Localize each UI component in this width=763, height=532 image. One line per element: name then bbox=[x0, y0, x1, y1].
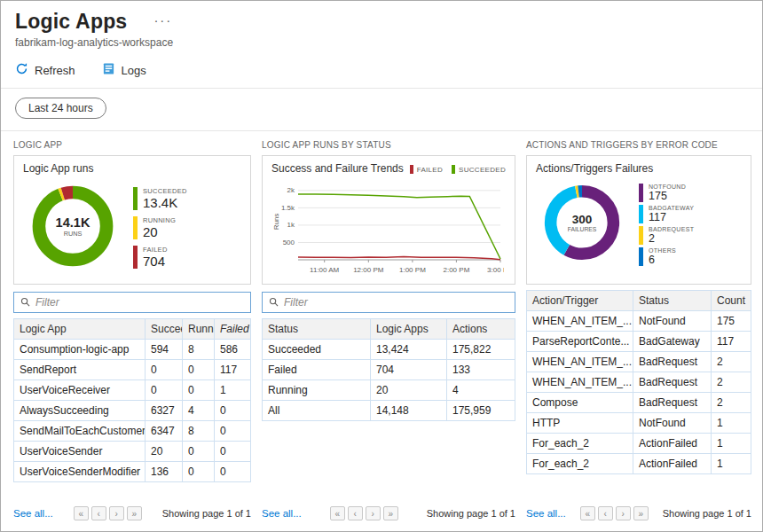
table-row[interactable]: SendReport00117 bbox=[14, 360, 251, 380]
see-all-link[interactable]: See all... bbox=[526, 508, 566, 519]
table-cell: 117 bbox=[712, 332, 751, 352]
table-cell: 4 bbox=[183, 401, 215, 421]
last-page-button[interactable]: » bbox=[383, 506, 398, 520]
table-cell: WHEN_AN_ITEM_... bbox=[527, 352, 633, 372]
next-page-button[interactable]: › bbox=[366, 506, 381, 520]
table-cell: 175,822 bbox=[447, 340, 515, 360]
prev-page-button[interactable]: ‹ bbox=[91, 506, 106, 520]
dashboard-content: LOGIC APP Logic App runs 14.1KRUNS SUCCE… bbox=[1, 131, 762, 531]
logs-icon bbox=[102, 62, 115, 78]
table-row[interactable]: For_each_2ActionFailed1 bbox=[527, 454, 751, 474]
filter-box bbox=[13, 292, 251, 313]
legend-label: FAILED bbox=[143, 246, 168, 254]
next-page-button[interactable]: › bbox=[109, 506, 124, 520]
logic-app-runs-card: Logic App runs 14.1KRUNS SUCCEEDED13.4KR… bbox=[13, 155, 251, 285]
first-page-button[interactable]: « bbox=[580, 506, 595, 520]
table-cell: 6347 bbox=[146, 421, 183, 442]
logs-label: Logs bbox=[122, 64, 146, 77]
column-header[interactable]: Succeeded bbox=[146, 319, 183, 340]
failures-donut: 300FAILURES bbox=[536, 176, 628, 272]
table-cell: 0 bbox=[183, 380, 215, 401]
svg-text:2k: 2k bbox=[287, 186, 295, 194]
table-row[interactable]: Consumption-logic-app5948586 bbox=[14, 340, 251, 360]
column-header[interactable]: Logic App bbox=[14, 319, 146, 340]
filter-input[interactable] bbox=[35, 296, 244, 309]
legend-color-bar bbox=[639, 205, 643, 223]
failures-card: Actions/Triggers Failures 300FAILURES NO… bbox=[526, 155, 751, 285]
table-cell: 1 bbox=[215, 380, 251, 401]
svg-text:RUNS: RUNS bbox=[64, 230, 83, 238]
svg-text:300: 300 bbox=[572, 213, 593, 226]
filter-box bbox=[262, 292, 515, 313]
table-cell: 175,959 bbox=[447, 401, 515, 421]
column-header[interactable]: Logic Apps bbox=[371, 319, 447, 340]
table-row[interactable]: AlwaysSucceeding632740 bbox=[14, 401, 251, 421]
table-row[interactable]: Running204 bbox=[263, 380, 515, 401]
prev-page-button[interactable]: ‹ bbox=[598, 506, 613, 520]
svg-text:1k: 1k bbox=[287, 221, 295, 229]
error-code-table: Action/TriggerStatusCountWHEN_AN_ITEM_..… bbox=[526, 290, 751, 474]
table-cell: 0 bbox=[183, 442, 215, 462]
last-page-button[interactable]: » bbox=[127, 506, 142, 520]
legend-label: SUCCEEDED bbox=[143, 187, 187, 195]
table-cell: For_each_2 bbox=[527, 434, 633, 454]
donut-legend: SUCCEEDED13.4KRUNNING20FAILED704 bbox=[133, 187, 187, 269]
column-header[interactable]: Failed bbox=[215, 319, 251, 340]
legend-value: 117 bbox=[649, 211, 694, 223]
table-row[interactable]: ParseReportConte...BadGateway117 bbox=[527, 332, 751, 352]
see-all-link[interactable]: See all... bbox=[13, 508, 53, 519]
table-row[interactable]: SendMailToEachCustomer634780 bbox=[14, 421, 251, 442]
table-row[interactable]: For_each_2ActionFailed1 bbox=[527, 434, 751, 454]
legend-color-bar bbox=[452, 165, 455, 174]
last-page-button[interactable]: » bbox=[633, 506, 649, 520]
table-row[interactable]: UserVoiceSenderModifier13600 bbox=[14, 462, 251, 482]
table-cell: 0 bbox=[215, 421, 251, 442]
table-row[interactable]: WHEN_AN_ITEM_...NotFound175 bbox=[527, 311, 751, 332]
next-page-button[interactable]: › bbox=[616, 506, 631, 520]
chart-legend-item: SUCCEEDED bbox=[452, 165, 506, 174]
first-page-button[interactable]: « bbox=[330, 506, 345, 520]
legend-item: BADREQUEST2 bbox=[639, 226, 694, 245]
column-header[interactable]: Count bbox=[712, 291, 751, 311]
table-cell: 2 bbox=[712, 393, 751, 413]
svg-text:1.5k: 1.5k bbox=[281, 204, 295, 212]
table-cell: 175 bbox=[712, 311, 751, 332]
table-cell: 20 bbox=[371, 380, 447, 401]
data-grid: StatusLogic AppsActionsSucceeded13,42417… bbox=[262, 318, 515, 421]
donut-legend: NOTFOUND175BADGATEWAY117BADREQUEST2OTHER… bbox=[639, 184, 694, 266]
column-header[interactable]: Running bbox=[183, 319, 215, 340]
table-row[interactable]: UserVoiceReceiver001 bbox=[14, 380, 251, 401]
time-range-button[interactable]: Last 24 hours bbox=[15, 98, 106, 119]
more-menu-icon[interactable]: ··· bbox=[153, 12, 172, 27]
logs-button[interactable]: Logs bbox=[102, 62, 146, 78]
see-all-link[interactable]: See all... bbox=[262, 508, 302, 519]
column-header[interactable]: Status bbox=[263, 319, 371, 340]
filter-input[interactable] bbox=[284, 296, 508, 309]
table-row[interactable]: WHEN_AN_ITEM_...BadRequest2 bbox=[527, 372, 751, 393]
column-header[interactable]: Status bbox=[633, 291, 712, 311]
table-cell: BadGateway bbox=[633, 332, 712, 352]
table-cell: NotFound bbox=[633, 311, 712, 332]
column-header[interactable]: Action/Trigger bbox=[527, 291, 633, 311]
workspace-name: fabrikam-log-analytics-workspace bbox=[15, 36, 748, 49]
search-icon bbox=[269, 294, 279, 310]
table-cell: 133 bbox=[447, 360, 515, 380]
table-row[interactable]: HTTPNotFound1 bbox=[527, 413, 751, 434]
table-row[interactable]: ComposeBadRequest2 bbox=[527, 393, 751, 413]
table-row[interactable]: Failed704133 bbox=[263, 360, 515, 380]
column-header[interactable]: Actions bbox=[447, 319, 515, 340]
table-row[interactable]: UserVoiceSender2000 bbox=[14, 442, 251, 462]
table-row[interactable]: WHEN_AN_ITEM_...BadRequest2 bbox=[527, 352, 751, 372]
column-runs-by-status: LOGIC APP RUNS BY STATUS Success and Fai… bbox=[262, 140, 515, 520]
legend-value: 175 bbox=[649, 190, 686, 202]
table-cell: 0 bbox=[215, 401, 251, 421]
table-cell: Succeeded bbox=[263, 340, 371, 360]
table-row[interactable]: Succeeded13,424175,822 bbox=[263, 340, 515, 360]
table-cell: 594 bbox=[146, 340, 183, 360]
refresh-button[interactable]: Refresh bbox=[15, 62, 75, 78]
first-page-button[interactable]: « bbox=[74, 506, 89, 520]
trends-line-chart: 5001k1.5k2k11:00 AM12:00 PM1:00 PM2:00 P… bbox=[271, 176, 506, 279]
table-row[interactable]: All14,148175,959 bbox=[263, 401, 515, 421]
legend-label: SUCCEEDED bbox=[459, 166, 506, 174]
prev-page-button[interactable]: ‹ bbox=[348, 506, 363, 520]
